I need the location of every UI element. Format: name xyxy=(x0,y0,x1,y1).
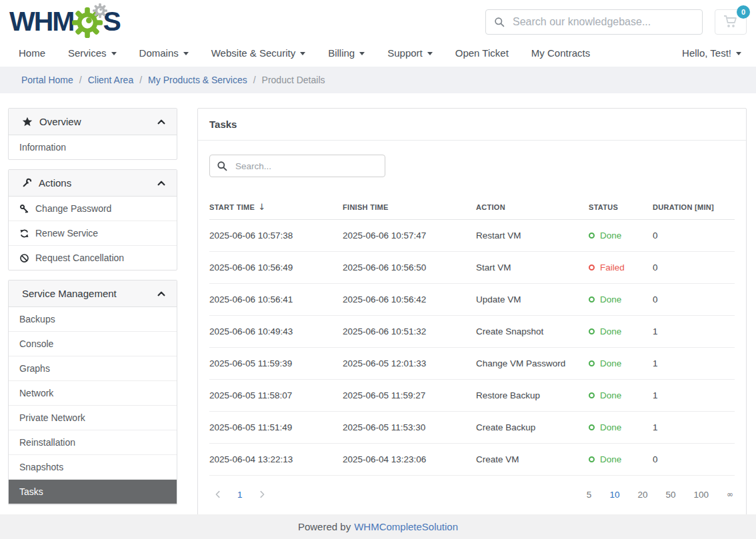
table-row[interactable]: 2025-06-04 13:22:13 2025-06-04 13:23:06 … xyxy=(209,444,735,476)
cell-action: Change VM Password xyxy=(476,358,589,368)
sidebar-item[interactable]: Backups xyxy=(9,307,177,332)
cell-status: Done xyxy=(589,231,653,241)
table-row[interactable]: 2025-06-05 11:51:49 2025-06-05 11:53:30 … xyxy=(209,412,735,444)
chevron-up-icon xyxy=(157,117,166,127)
cart-count-badge: 0 xyxy=(737,5,750,19)
cell-start-time: 2025-06-04 13:22:13 xyxy=(209,454,343,464)
cell-finish-time: 2025-06-05 11:59:27 xyxy=(343,390,476,400)
sidebar-item-renew-service[interactable]: Renew Service xyxy=(9,221,177,246)
sidebar-item[interactable]: Snapshots xyxy=(9,455,177,480)
pagination: 1 5 10 20 50 100 xyxy=(209,476,735,511)
table-row[interactable]: 2025-06-06 10:56:49 2025-06-06 10:56:50 … xyxy=(209,252,735,284)
search-icon xyxy=(494,17,505,28)
content-area: Overview Information Actions xyxy=(0,93,756,518)
sidebar-item[interactable]: Reinstallation xyxy=(9,430,177,455)
nav-item[interactable]: Domains xyxy=(139,47,189,59)
star-icon xyxy=(22,117,33,127)
table-row[interactable]: 2025-06-06 10:57:38 2025-06-06 10:57:47 … xyxy=(209,220,735,252)
nav-item-label: Services xyxy=(68,47,107,59)
nav-item-label: Support xyxy=(387,47,423,59)
nav-item[interactable]: Home xyxy=(19,47,45,59)
nav-item[interactable]: Services xyxy=(68,47,117,59)
sidebar-item[interactable]: Graphs xyxy=(9,356,177,381)
column-header-status[interactable]: STATUS xyxy=(589,203,653,211)
page-size-option[interactable]: 10 xyxy=(609,490,619,500)
status-badge: Done xyxy=(600,454,621,464)
overview-panel-header[interactable]: Overview xyxy=(9,109,177,135)
sidebar-item-change-password[interactable]: Change Password xyxy=(9,197,177,221)
overview-panel: Overview Information xyxy=(8,108,177,160)
page-title: Tasks xyxy=(198,109,746,141)
cell-status: Done xyxy=(589,326,653,336)
sidebar-item[interactable]: Console xyxy=(9,332,177,356)
whmcompletesolution-link[interactable]: WHMCompleteSolution xyxy=(354,521,458,532)
panel-title: Actions xyxy=(39,177,71,189)
next-page-button[interactable] xyxy=(255,487,269,502)
status-badge: Done xyxy=(600,326,621,336)
service-management-panel-header[interactable]: Service Management xyxy=(9,280,177,307)
page-size-option[interactable]: 100 xyxy=(693,490,709,500)
column-header-start-time[interactable]: START TIME↓ xyxy=(209,202,343,212)
sidebar-item-label: Graphs xyxy=(19,363,50,374)
table-row[interactable]: 2025-06-05 11:59:39 2025-06-05 12:01:33 … xyxy=(209,348,735,380)
sidebar-item[interactable]: Private Network xyxy=(9,406,177,430)
sidebar-item[interactable]: Tasks xyxy=(9,480,177,504)
cell-status: Done xyxy=(589,390,653,400)
cell-action: Start VM xyxy=(476,263,589,272)
whmcs-logo[interactable]: WHM xyxy=(9,5,120,39)
nav-item[interactable]: My Contracts xyxy=(531,47,590,59)
nav-user-menu[interactable]: Hello, Test! xyxy=(682,47,741,59)
sidebar-item[interactable]: Network xyxy=(9,381,177,406)
breadcrumb-item[interactable]: / My Products & Services xyxy=(133,75,247,85)
knowledgebase-search-input[interactable] xyxy=(485,9,703,35)
status-ring-icon xyxy=(589,392,595,398)
chevron-down-icon xyxy=(183,52,189,55)
cell-finish-time: 2025-06-05 12:01:33 xyxy=(343,358,476,368)
table-header-row: START TIME↓ FINISH TIME ACTION STATUS DU… xyxy=(209,195,735,220)
cell-status: Done xyxy=(589,422,653,432)
table-row[interactable]: 2025-06-06 10:56:41 2025-06-06 10:56:42 … xyxy=(209,284,735,316)
page-size-option[interactable]: ∞ xyxy=(727,490,733,499)
chevron-down-icon xyxy=(111,52,117,55)
breadcrumb-item[interactable]: / Product Details xyxy=(247,75,325,85)
cell-start-time: 2025-06-06 10:49:43 xyxy=(209,326,343,336)
table-row[interactable]: 2025-06-05 11:58:07 2025-06-05 11:59:27 … xyxy=(209,380,735,412)
sidebar-item-request-cancellation[interactable]: Request Cancellation xyxy=(9,246,177,270)
nav-item[interactable]: Billing xyxy=(328,47,365,59)
breadcrumb-label: Portal Home xyxy=(21,75,73,85)
column-header-duration[interactable]: DURATION [MIN] xyxy=(653,203,735,211)
breadcrumb-item[interactable]: / Client Area xyxy=(73,75,133,85)
nav-item[interactable]: Website & Security xyxy=(211,47,305,59)
table-search xyxy=(209,155,385,177)
sidebar-item-label: Information xyxy=(19,142,66,153)
nav-item[interactable]: Support xyxy=(387,47,433,59)
cell-finish-time: 2025-06-06 10:56:50 xyxy=(343,263,476,272)
cart-button[interactable]: 0 xyxy=(715,9,747,35)
chevron-down-icon xyxy=(300,52,305,55)
sidebar-item-label: Request Cancellation xyxy=(35,253,124,263)
cell-start-time: 2025-06-06 10:56:41 xyxy=(209,294,343,304)
status-badge: Done xyxy=(600,358,621,368)
table-row[interactable]: 2025-06-06 10:49:43 2025-06-06 10:51:32 … xyxy=(209,316,735,348)
logo-gears xyxy=(71,5,105,39)
page-size-option[interactable]: 20 xyxy=(637,490,647,500)
status-ring-icon xyxy=(589,456,595,462)
breadcrumb-item[interactable]: Portal Home xyxy=(9,75,73,85)
table-search-input[interactable] xyxy=(209,155,385,177)
sidebar-item-label: Change Password xyxy=(35,203,111,214)
panel-title: Overview xyxy=(39,116,81,127)
sidebar-item-label: Renew Service xyxy=(35,228,98,239)
cell-status: Failed xyxy=(589,263,653,272)
status-ring-icon xyxy=(589,424,595,430)
current-page-number[interactable]: 1 xyxy=(237,490,243,500)
column-header-action[interactable]: ACTION xyxy=(476,203,589,211)
prev-page-button[interactable] xyxy=(211,487,225,502)
sidebar-item-information[interactable]: Information xyxy=(9,135,177,159)
nav-item[interactable]: Open Ticket xyxy=(455,47,509,59)
column-header-finish-time[interactable]: FINISH TIME xyxy=(343,203,476,211)
actions-panel-header[interactable]: Actions xyxy=(9,170,177,197)
sort-desc-icon[interactable]: ↓ xyxy=(258,202,265,212)
page-size-option[interactable]: 50 xyxy=(665,490,675,500)
page-size-option[interactable]: 5 xyxy=(587,490,592,500)
cell-status: Done xyxy=(589,454,653,464)
